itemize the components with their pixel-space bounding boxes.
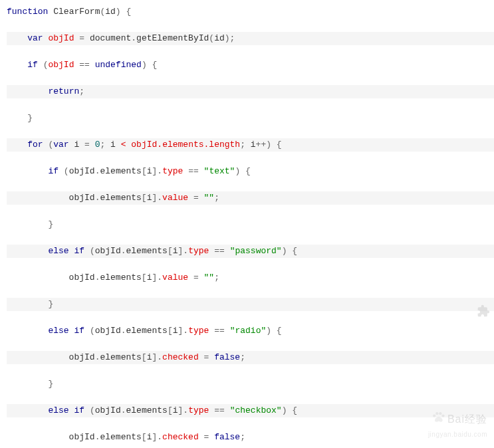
token-id <box>183 166 188 176</box>
token-id: i <box>147 166 152 176</box>
token-id <box>7 299 48 309</box>
token-punc: == <box>214 405 225 415</box>
token-punc: ( <box>90 246 95 256</box>
token-str: "checkbox" <box>230 405 282 415</box>
token-punc: [ <box>168 246 173 256</box>
token-id: i <box>105 140 120 150</box>
token-kw: if <box>74 326 84 336</box>
token-str: "password" <box>230 246 282 256</box>
token-id <box>188 193 193 203</box>
token-kw: if <box>48 166 59 176</box>
token-punc: = <box>84 140 90 150</box>
code-line: function ClearForm(id) { <box>7 5 494 19</box>
token-punc: ++) { <box>256 140 282 150</box>
token-id <box>199 193 204 203</box>
token-kw: function <box>7 7 48 17</box>
token-str: "" <box>204 273 215 282</box>
token-punc: ) { <box>282 405 297 415</box>
token-punc: == <box>79 60 90 70</box>
token-id <box>38 60 43 70</box>
token-punc: [ <box>168 326 173 336</box>
token-id <box>90 140 95 150</box>
token-punc: ( <box>209 33 214 43</box>
token-id: id <box>214 33 225 43</box>
token-id: i <box>173 326 178 336</box>
code-line: } <box>7 218 494 231</box>
token-punc: . <box>121 405 126 415</box>
token-punc: } <box>48 299 53 309</box>
token-punc: [ <box>142 352 147 362</box>
token-id <box>225 246 230 256</box>
code-line: else if (objId.elements[i].type == "radi… <box>7 324 494 338</box>
token-num: 0 <box>95 140 100 150</box>
token-id <box>84 326 90 336</box>
token-kw: if <box>74 246 84 256</box>
token-id <box>209 352 214 362</box>
token-kw: if <box>27 60 38 70</box>
token-id: elements <box>126 246 168 256</box>
puzzle-icon <box>477 304 490 318</box>
token-punc: . <box>131 33 136 43</box>
token-punc: ( <box>90 405 95 415</box>
token-punc: ) { <box>266 326 281 336</box>
token-id: i <box>173 246 178 256</box>
token-punc: } <box>48 379 53 389</box>
token-punc: ) { <box>235 166 250 176</box>
token-punc: } <box>48 219 53 229</box>
token-punc: = <box>79 33 84 43</box>
token-err: objId <box>48 33 74 43</box>
token-punc: == <box>214 326 225 336</box>
token-punc: ; <box>240 140 245 150</box>
token-id <box>199 273 204 282</box>
token-punc: [ <box>142 193 147 203</box>
code-line: } <box>7 378 494 391</box>
token-punc: [ <box>142 166 147 176</box>
token-err: type <box>188 326 209 336</box>
code-block: function ClearForm(id) { var objId = doc… <box>7 5 494 448</box>
token-id <box>59 166 64 176</box>
code-line: else if (objId.elements[i].type == "chec… <box>7 404 494 417</box>
token-err: type <box>188 405 209 415</box>
token-id: objId <box>95 246 121 256</box>
token-id <box>225 326 230 336</box>
token-id <box>7 166 48 176</box>
token-punc: [ <box>142 273 147 282</box>
token-id: i <box>173 405 178 415</box>
token-punc: } <box>27 113 33 123</box>
token-id <box>199 432 204 442</box>
token-err: value <box>162 193 188 203</box>
token-str: "radio" <box>230 326 267 336</box>
token-punc: = <box>193 193 199 203</box>
token-id <box>7 379 48 389</box>
token-punc: . <box>121 326 126 336</box>
token-id <box>7 60 27 70</box>
token-punc: ]. <box>152 273 162 282</box>
token-id: elements <box>100 432 141 442</box>
token-id <box>7 113 27 123</box>
token-punc: [ <box>142 432 147 442</box>
token-kw: var <box>27 33 43 43</box>
token-kw: return <box>48 86 79 96</box>
token-kw: else <box>48 405 68 415</box>
code-line: var objId = document.getElementById(id); <box>7 32 494 45</box>
token-id <box>209 432 214 442</box>
token-kw: if <box>74 405 84 415</box>
code-line: else if (objId.elements[i].type == "pass… <box>7 245 494 258</box>
token-id <box>7 140 27 150</box>
token-bool: undefined <box>95 60 142 70</box>
token-punc: ) { <box>116 7 131 17</box>
code-line: } <box>7 298 494 311</box>
token-err: type <box>162 166 183 176</box>
token-id: objId <box>69 166 95 176</box>
token-punc: ; <box>240 352 245 362</box>
token-id: elements <box>100 273 141 282</box>
token-punc: == <box>188 166 199 176</box>
token-id <box>7 33 27 43</box>
token-punc: [ <box>168 405 173 415</box>
token-bool: false <box>214 432 240 442</box>
token-id: objId <box>95 405 121 415</box>
token-id: id <box>105 7 116 17</box>
token-id: objId <box>95 326 121 336</box>
token-id: ClearForm <box>48 7 100 17</box>
token-punc: ]. <box>152 193 162 203</box>
